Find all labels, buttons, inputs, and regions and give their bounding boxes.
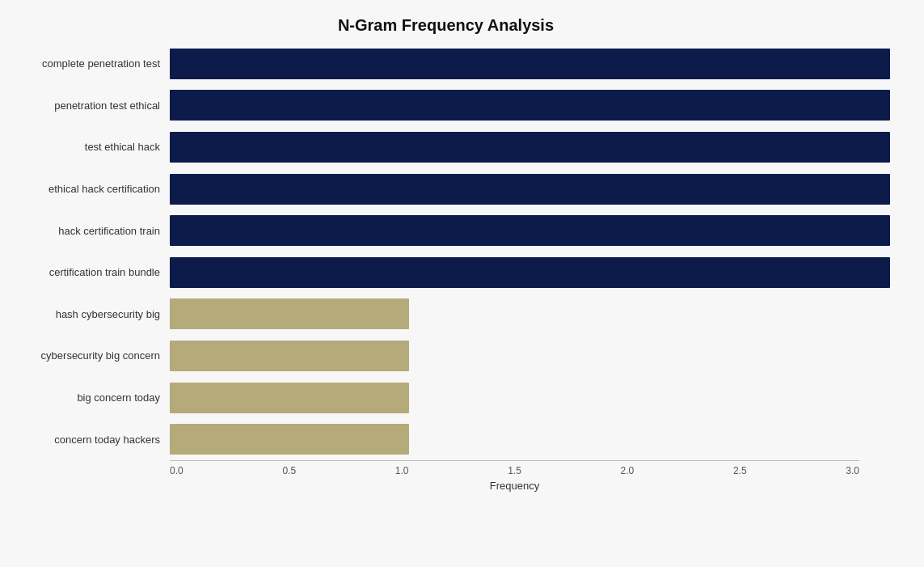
bar-row: complete penetration test: [0, 43, 892, 85]
bar-label: hash cybersecurity big: [0, 308, 170, 320]
bar-track: [170, 212, 892, 249]
bars-area: complete penetration test penetration te…: [0, 43, 892, 460]
x-tick-label: 0.0: [170, 465, 184, 476]
bar-fill: [170, 215, 890, 246]
bar-track: [170, 129, 892, 166]
bar-fill: [170, 90, 890, 121]
bar-label: hack certification train: [0, 225, 170, 237]
chart-title: N-Gram Frequency Analysis: [0, 16, 892, 35]
bar-label: concern today hackers: [0, 434, 170, 446]
bar-fill: [170, 174, 890, 205]
x-tick-label: 0.5: [282, 465, 296, 476]
bar-row: cybersecurity big concern: [0, 335, 892, 377]
bar-label: cybersecurity big concern: [0, 349, 170, 362]
bar-row: certification train bundle: [0, 252, 892, 294]
bar-row: test ethical hack: [0, 126, 892, 168]
bar-row: big concern today: [0, 377, 892, 419]
bar-fill: [170, 383, 409, 413]
bar-fill: [170, 132, 890, 163]
bar-label: big concern today: [0, 391, 170, 404]
bar-fill: [170, 298, 409, 329]
bar-row: concern today hackers: [0, 418, 892, 460]
bar-row: hash cybersecurity big: [0, 294, 892, 336]
bar-fill: [170, 424, 409, 455]
x-axis-label: Frequency: [170, 480, 859, 492]
x-axis: 0.00.51.01.52.02.53.0 Frequency: [170, 460, 859, 505]
bar-row: penetration test ethical: [0, 85, 892, 127]
bar-track: [170, 337, 892, 374]
bar-track: [170, 296, 892, 333]
bar-fill: [170, 49, 890, 79]
bar-row: ethical hack certification: [0, 168, 892, 210]
bar-row: hack certification train: [0, 209, 892, 252]
bar-track: [170, 379, 892, 417]
bar-label: penetration test ethical: [0, 99, 170, 112]
bar-track: [170, 171, 892, 208]
bar-label: test ethical hack: [0, 141, 170, 153]
bar-label: complete penetration test: [0, 57, 170, 70]
x-tick-label: 2.0: [621, 465, 635, 476]
bar-label: ethical hack certification: [0, 183, 170, 195]
bar-track: [170, 45, 892, 83]
bar-fill: [170, 257, 890, 288]
x-tick-label: 2.5: [733, 465, 747, 476]
x-tick-label: 1.0: [395, 465, 409, 476]
chart-container: N-Gram Frequency Analysis complete penet…: [0, 0, 924, 567]
bar-track: [170, 87, 892, 125]
bar-fill: [170, 341, 409, 371]
x-ticks: 0.00.51.01.52.02.53.0: [170, 465, 859, 476]
bar-label: certification train bundle: [0, 266, 170, 278]
x-tick-label: 1.5: [508, 465, 521, 476]
bar-track: [170, 254, 892, 291]
x-tick-label: 3.0: [846, 465, 859, 476]
bar-track: [170, 421, 892, 458]
